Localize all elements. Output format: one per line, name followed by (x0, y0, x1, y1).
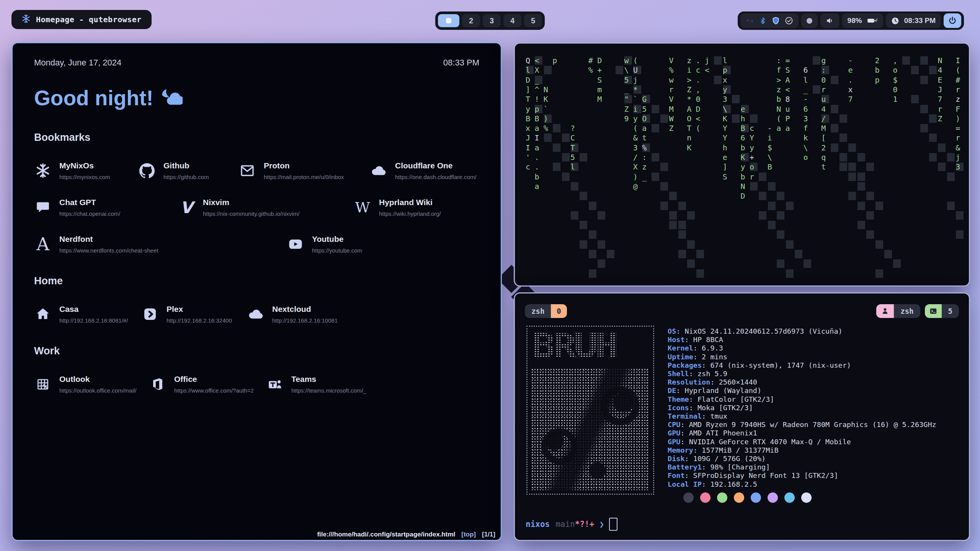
bookmark-name: Office (174, 375, 254, 384)
prompt-host: nixos (526, 520, 550, 529)
section-title: Bookmarks (34, 132, 479, 143)
indicator-dot-button[interactable] (801, 13, 818, 28)
fetch-info-line: Resolution: 980×551 (668, 378, 936, 386)
volume-button[interactable] (820, 13, 840, 28)
fetch-info-line: DE: Hyprland (Wayland) (668, 386, 936, 395)
fetch-info-line: Uptime: 2 mins (668, 353, 936, 361)
fetch-info-line: Battery1: 98% [Charging] (668, 463, 936, 471)
tmux-window-index: 0 (551, 304, 567, 318)
bookmark-item-outlook[interactable]: Outlookhttps://outlook.office.com/mail/ (34, 375, 149, 394)
bookmark-item-proton[interactable]: Protonhttps://mail.proton.me/u/0/inbox (238, 161, 370, 180)
bookmark-url: https://teams.microsoft.com/_ (291, 387, 366, 394)
palette-dot (751, 492, 761, 503)
chat-icon (34, 199, 52, 216)
bookmark-item-hyprland-wiki[interactable]: WHyprland Wikihttps://wiki.hyprland.org/ (354, 198, 479, 217)
bookmark-name: Plex (167, 305, 232, 314)
bookmark-item-teams[interactable]: Teamshttps://teams.microsoft.com/_ (266, 375, 479, 394)
shield-vpn-icon (772, 16, 780, 25)
tmux-count-pill[interactable]: 5 (925, 304, 959, 318)
palette-dot (700, 492, 710, 503)
battery-button[interactable]: 98% (842, 13, 883, 28)
fetch-info-line: GPU: AMD ATI Phoenix1 (668, 429, 936, 437)
bookmark-url: https://wiki.hyprland.org/ (379, 210, 441, 217)
home-icon (34, 305, 52, 323)
workspace-switcher: 2345 (435, 11, 545, 30)
power-button[interactable] (944, 13, 961, 28)
bookmark-url: http://192.168.2.16:32400 (167, 317, 232, 324)
fetch-info: OS: NixOS 24.11.20240612.57d6973 (Vicuña… (668, 327, 936, 489)
bookmark-name: Github (163, 161, 209, 170)
fetch-info-line: CPU: AMD Ryzen 9 7940HS w/ Radeon 780M G… (668, 421, 936, 429)
sections: BookmarksMyNixOshttps://mynixos.comGithu… (34, 132, 479, 394)
mail-icon (238, 162, 256, 179)
matrix-grid: QlD]TyBxJI'c<X_^!pBaIa..baNK`)%p?CT5l#%D… (515, 44, 969, 285)
status-icons-group[interactable] (740, 13, 799, 28)
palette-dot (717, 492, 727, 503)
outlook-icon (34, 375, 52, 393)
statusbar-tab-index: [1/1] (482, 531, 495, 538)
bookmark-name: Youtube (312, 235, 362, 244)
fetch-info-line: Memory: 1577MiB / 31377MiB (668, 446, 936, 455)
bookmark-item-plex[interactable]: Plexhttp://192.168.2.16:32400 (141, 305, 247, 324)
bookmark-name: Hyprland Wiki (379, 198, 441, 207)
workspace-button-2[interactable]: 2 (462, 14, 480, 27)
nixos-logo-icon (21, 14, 31, 25)
bookmark-item-mynixos[interactable]: MyNixOshttps://mynixos.com (34, 161, 138, 180)
workspace-button-3[interactable]: 3 (483, 14, 501, 27)
browser-window: Monday, June 17, 2024 08:33 PM Good nigh… (11, 42, 502, 541)
nerdfont-icon: A (34, 235, 52, 253)
terminal-cursor (609, 518, 617, 531)
bookmark-url: https://youtube.com (312, 247, 362, 254)
fetch-info-line: Local IP: 192.168.2.5 (668, 480, 936, 489)
bookmark-url: https://nix-community.github.io/nixvim/ (203, 210, 299, 217)
tmux-session-pill[interactable]: zsh (876, 304, 920, 318)
palette-dot (768, 492, 778, 503)
bookmark-url: https://www.office.com/?auth=2 (174, 387, 254, 394)
startpage-time: 08:33 PM (443, 58, 479, 68)
bookmark-item-nextcloud[interactable]: Nextcloudhttp://192.168.2.16:10081 (247, 305, 479, 324)
tmux-window-pill[interactable]: zsh 0 (525, 304, 567, 318)
bookmark-name: Chat GPT (59, 198, 120, 207)
workspace-button-1[interactable] (438, 14, 459, 27)
bookmark-item-youtube[interactable]: Youtubehttps://youtube.com (287, 235, 479, 254)
wiki-icon: W (354, 199, 371, 216)
bookmark-url: https://github.com (163, 174, 209, 180)
fetch-info-line: Terminal: tmux (668, 412, 936, 421)
bookmark-item-nixvim[interactable]: VNixvimhttps://nix-community.github.io/n… (178, 198, 354, 217)
statusbar-scroll-position: [top] (461, 531, 476, 538)
nextcloud-icon (247, 305, 265, 323)
ascii-art-title: BRUH (531, 330, 670, 362)
bookmark-row: Casahttp://192.168.2.16:8081/#/Plexhttp:… (34, 305, 479, 324)
bookmark-name: Teams (291, 375, 366, 384)
bookmark-item-nerdfont[interactable]: ANerdfonthttps://www.nerdfonts.com/cheat… (34, 235, 287, 254)
check-circle-icon (785, 16, 793, 25)
youtube-icon (287, 235, 304, 253)
battery-percent: 98% (848, 16, 862, 25)
bookmark-item-github[interactable]: Githubhttps://github.com (138, 161, 238, 180)
fetch-info-line: Kernel: 6.9.3 (668, 344, 936, 352)
bookmark-item-casa[interactable]: Casahttp://192.168.2.16:8081/#/ (34, 305, 141, 324)
bookmark-item-chat-gpt[interactable]: Chat GPThttps://chat.openai.com/ (34, 198, 178, 217)
tmux-window-name: zsh (525, 304, 551, 318)
workspace-button-4[interactable]: 4 (503, 14, 521, 27)
fetch-info-line: Disk: 109G / 576G (20%) (668, 455, 936, 463)
bookmark-item-cloudflare-one[interactable]: Cloudflare Onehttps://one.dash.cloudflar… (370, 161, 479, 180)
fetch-info-line: Icons: Moka [GTK2/3] (668, 404, 936, 412)
bluetooth-icon (759, 16, 767, 25)
prompt-git-branch: main (555, 520, 575, 529)
dot-icon (807, 18, 812, 24)
bookmark-name: Nextcloud (272, 305, 338, 314)
bookmark-url: https://outlook.office.com/mail/ (59, 387, 136, 394)
power-icon (948, 16, 957, 25)
clock-button[interactable]: 08:33 PM (886, 13, 941, 28)
bookmark-url: https://www.nerdfonts.com/cheat-sheet (59, 247, 158, 254)
taskbar-window-title[interactable]: Homepage - qutebrowser (11, 10, 152, 29)
terminal-icon (925, 304, 942, 318)
greeting-text: Good night! (34, 86, 154, 110)
shell-prompt: nixos main *?!+ ❯ (526, 518, 617, 531)
bookmark-item-office[interactable]: Officehttps://www.office.com/?auth=2 (149, 375, 266, 394)
bookmark-row: ANerdfonthttps://www.nerdfonts.com/cheat… (34, 235, 479, 254)
bookmark-url: https://chat.openai.com/ (59, 210, 120, 217)
workspace-button-5[interactable]: 5 (524, 14, 542, 27)
office-icon (149, 375, 167, 393)
